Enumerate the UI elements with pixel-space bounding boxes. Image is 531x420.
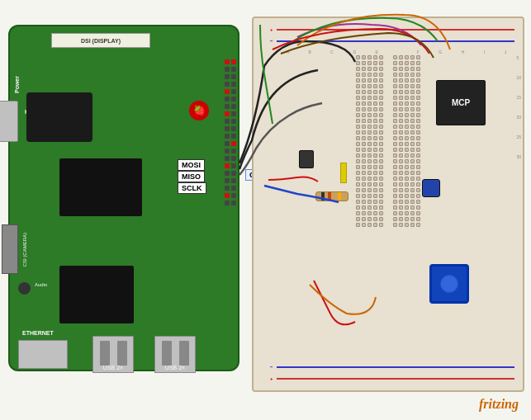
bb-row-30	[260, 223, 516, 227]
bb-row-3	[260, 67, 516, 71]
bb-row-2	[260, 61, 516, 65]
bb-row-21	[260, 171, 516, 175]
usb-port-1: USB 2×	[92, 336, 134, 373]
bb-row-27	[260, 205, 516, 210]
usb1-label: USB 2×	[93, 365, 133, 370]
resistor	[315, 191, 348, 201]
bb-row-29	[260, 217, 516, 221]
bb-row-26	[260, 200, 516, 204]
power-label: Power	[14, 76, 20, 93]
top-rail-red: +	[270, 25, 516, 35]
bb-row-25	[260, 194, 516, 198]
audio-jack	[18, 282, 31, 295]
bb-row-4	[260, 73, 516, 77]
button-center	[440, 275, 458, 293]
secondary-chip	[59, 266, 134, 323]
ethernet-label: ETHERNET	[22, 330, 54, 336]
mosi-label-box: MOSI	[178, 159, 205, 171]
bottom-rail-blue: −	[270, 362, 516, 372]
csi-connector	[2, 224, 18, 274]
miso-label-box: MISO	[178, 171, 205, 182]
bb-row-16	[260, 142, 516, 146]
csi-label: CSI (CAMERA)	[22, 233, 27, 267]
dsi-label: DSI (DISPLAY)	[81, 38, 121, 44]
audio-label: Audio	[35, 282, 47, 287]
processor-chip	[59, 158, 142, 216]
bb-row-23	[260, 182, 516, 186]
sclk-label-box: SCLK	[178, 182, 206, 194]
column-labels: A B C D E F G H I J	[277, 50, 516, 54]
trimpot	[422, 179, 440, 197]
bb-row-24	[260, 188, 516, 192]
fritzing-watermark: fritzing	[479, 397, 519, 412]
ethernet-port	[18, 340, 68, 369]
breadboard: + − A B C D E F G H I J −	[252, 17, 524, 392]
sd-card-area	[26, 92, 92, 142]
usb2-label: USB 2×	[155, 365, 195, 370]
main-container: DSI (DISPLAY) Power HDMI 🍓 CSI (CAMERA) …	[0, 0, 531, 420]
bb-row-15	[260, 136, 516, 140]
mcp-label: MCP	[452, 98, 470, 107]
dsi-connector: DSI (DISPLAY)	[51, 33, 150, 48]
bb-row-1	[260, 55, 516, 59]
mcp-chip: MCP	[436, 80, 486, 125]
rpi-logo: 🍓	[189, 101, 209, 120]
yellow-component	[340, 163, 347, 183]
gpio-strip	[225, 59, 238, 323]
top-rail-blue: −	[270, 36, 516, 46]
row-numbers: 5 10 15 20 25 30	[516, 55, 521, 159]
usb-port-2: USB 2×	[154, 336, 196, 373]
miso-text: MISO	[182, 172, 201, 181]
bb-row-28	[260, 211, 516, 215]
blue-button	[429, 264, 469, 304]
raspberry-pi-board: DSI (DISPLAY) Power HDMI 🍓 CSI (CAMERA) …	[8, 25, 239, 371]
mosi-text: MOSI	[182, 161, 201, 169]
bottom-rail-red: +	[270, 374, 516, 384]
sclk-text: SCLK	[182, 184, 202, 192]
hdmi-port	[0, 101, 18, 142]
capacitor	[299, 150, 314, 168]
bb-row-22	[260, 177, 516, 181]
bb-row-14	[260, 130, 516, 134]
